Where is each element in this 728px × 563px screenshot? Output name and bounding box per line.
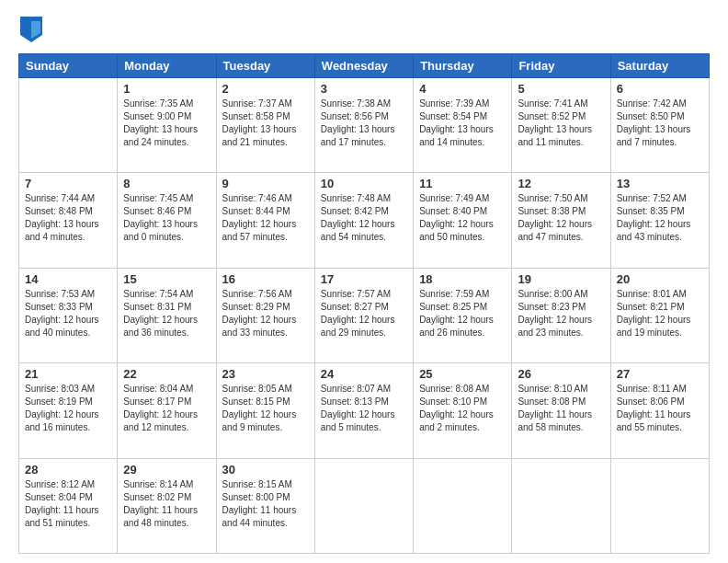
day-number: 2	[222, 82, 309, 96]
calendar-cell: 25Sunrise: 8:08 AM Sunset: 8:10 PM Dayli…	[414, 363, 512, 458]
day-number: 26	[518, 367, 604, 381]
day-info: Sunrise: 7:48 AM Sunset: 8:42 PM Dayligh…	[321, 192, 407, 244]
calendar-cell: 14Sunrise: 7:53 AM Sunset: 8:33 PM Dayli…	[19, 268, 118, 362]
day-number: 20	[617, 272, 703, 286]
page: SundayMondayTuesdayWednesdayThursdayFrid…	[0, 0, 728, 563]
calendar-cell: 3Sunrise: 7:38 AM Sunset: 8:56 PM Daylig…	[314, 78, 413, 173]
calendar-cell: 5Sunrise: 7:41 AM Sunset: 8:52 PM Daylig…	[512, 78, 610, 173]
day-info: Sunrise: 7:37 AM Sunset: 8:58 PM Dayligh…	[222, 98, 309, 149]
day-info: Sunrise: 8:04 AM Sunset: 8:17 PM Dayligh…	[123, 383, 210, 434]
day-number: 16	[222, 272, 309, 286]
day-number: 21	[25, 367, 111, 381]
calendar-cell: 2Sunrise: 7:37 AM Sunset: 8:58 PM Daylig…	[216, 78, 314, 173]
calendar-cell	[414, 458, 512, 553]
day-number: 19	[518, 272, 604, 286]
day-info: Sunrise: 7:49 AM Sunset: 8:40 PM Dayligh…	[419, 192, 506, 244]
calendar-cell: 24Sunrise: 8:07 AM Sunset: 8:13 PM Dayli…	[314, 363, 413, 458]
day-info: Sunrise: 8:14 AM Sunset: 8:02 PM Dayligh…	[123, 478, 210, 530]
calendar-cell	[19, 78, 118, 173]
day-number: 3	[321, 82, 407, 96]
day-number: 30	[222, 463, 309, 477]
day-info: Sunrise: 7:56 AM Sunset: 8:29 PM Dayligh…	[222, 288, 309, 339]
calendar-cell: 18Sunrise: 7:59 AM Sunset: 8:25 PM Dayli…	[414, 268, 512, 362]
day-info: Sunrise: 7:52 AM Sunset: 8:35 PM Dayligh…	[617, 192, 703, 244]
day-info: Sunrise: 7:39 AM Sunset: 8:54 PM Dayligh…	[419, 98, 506, 149]
day-number: 18	[419, 272, 506, 286]
day-info: Sunrise: 8:00 AM Sunset: 8:23 PM Dayligh…	[518, 288, 604, 339]
calendar-cell: 27Sunrise: 8:11 AM Sunset: 8:06 PM Dayli…	[610, 363, 709, 458]
calendar-cell: 15Sunrise: 7:54 AM Sunset: 8:31 PM Dayli…	[118, 268, 216, 362]
calendar-cell: 11Sunrise: 7:49 AM Sunset: 8:40 PM Dayli…	[414, 173, 512, 268]
day-info: Sunrise: 8:10 AM Sunset: 8:08 PM Dayligh…	[518, 383, 604, 434]
day-info: Sunrise: 7:44 AM Sunset: 8:48 PM Dayligh…	[25, 192, 111, 244]
calendar-cell: 8Sunrise: 7:45 AM Sunset: 8:46 PM Daylig…	[118, 173, 216, 268]
calendar-header-row: SundayMondayTuesdayWednesdayThursdayFrid…	[19, 54, 710, 78]
day-info: Sunrise: 7:45 AM Sunset: 8:46 PM Dayligh…	[123, 192, 210, 244]
calendar-cell: 22Sunrise: 8:04 AM Sunset: 8:17 PM Dayli…	[118, 363, 216, 458]
day-number: 24	[321, 367, 407, 381]
calendar-cell: 19Sunrise: 8:00 AM Sunset: 8:23 PM Dayli…	[512, 268, 610, 362]
calendar-cell: 10Sunrise: 7:48 AM Sunset: 8:42 PM Dayli…	[314, 173, 413, 268]
day-info: Sunrise: 7:38 AM Sunset: 8:56 PM Dayligh…	[321, 98, 407, 149]
day-info: Sunrise: 7:57 AM Sunset: 8:27 PM Dayligh…	[321, 288, 407, 339]
calendar-header-friday: Friday	[512, 54, 610, 78]
day-info: Sunrise: 7:46 AM Sunset: 8:44 PM Dayligh…	[222, 192, 309, 244]
day-number: 12	[518, 177, 604, 190]
day-number: 27	[617, 367, 703, 381]
day-info: Sunrise: 7:54 AM Sunset: 8:31 PM Dayligh…	[123, 288, 210, 339]
day-info: Sunrise: 8:11 AM Sunset: 8:06 PM Dayligh…	[617, 383, 703, 434]
day-number: 29	[123, 463, 210, 477]
logo-icon	[20, 17, 42, 42]
day-number: 23	[222, 367, 309, 381]
calendar-header-sunday: Sunday	[19, 54, 118, 78]
day-info: Sunrise: 7:59 AM Sunset: 8:25 PM Dayligh…	[419, 288, 506, 339]
day-info: Sunrise: 8:05 AM Sunset: 8:15 PM Dayligh…	[222, 383, 309, 434]
calendar-cell	[512, 458, 610, 553]
day-number: 7	[25, 177, 111, 190]
calendar-cell: 23Sunrise: 8:05 AM Sunset: 8:15 PM Dayli…	[216, 363, 314, 458]
day-number: 9	[222, 177, 309, 190]
calendar-header-wednesday: Wednesday	[314, 54, 413, 78]
day-info: Sunrise: 7:53 AM Sunset: 8:33 PM Dayligh…	[25, 288, 111, 339]
calendar-cell	[314, 458, 413, 553]
calendar-week-row: 21Sunrise: 8:03 AM Sunset: 8:19 PM Dayli…	[19, 363, 710, 458]
calendar-cell: 4Sunrise: 7:39 AM Sunset: 8:54 PM Daylig…	[414, 78, 512, 173]
day-info: Sunrise: 8:08 AM Sunset: 8:10 PM Dayligh…	[419, 383, 506, 434]
calendar-cell: 7Sunrise: 7:44 AM Sunset: 8:48 PM Daylig…	[19, 173, 118, 268]
calendar-cell: 1Sunrise: 7:35 AM Sunset: 9:00 PM Daylig…	[118, 78, 216, 173]
day-info: Sunrise: 7:42 AM Sunset: 8:50 PM Dayligh…	[617, 98, 703, 149]
calendar-cell: 16Sunrise: 7:56 AM Sunset: 8:29 PM Dayli…	[216, 268, 314, 362]
calendar-cell: 21Sunrise: 8:03 AM Sunset: 8:19 PM Dayli…	[19, 363, 118, 458]
calendar-cell: 9Sunrise: 7:46 AM Sunset: 8:44 PM Daylig…	[216, 173, 314, 268]
day-info: Sunrise: 8:15 AM Sunset: 8:00 PM Dayligh…	[222, 478, 309, 530]
calendar-cell: 26Sunrise: 8:10 AM Sunset: 8:08 PM Dayli…	[512, 363, 610, 458]
calendar-cell: 29Sunrise: 8:14 AM Sunset: 8:02 PM Dayli…	[118, 458, 216, 553]
day-info: Sunrise: 8:03 AM Sunset: 8:19 PM Dayligh…	[25, 383, 111, 434]
calendar-cell: 6Sunrise: 7:42 AM Sunset: 8:50 PM Daylig…	[610, 78, 709, 173]
calendar-cell: 20Sunrise: 8:01 AM Sunset: 8:21 PM Dayli…	[610, 268, 709, 362]
calendar-header-saturday: Saturday	[610, 54, 709, 78]
calendar-header-tuesday: Tuesday	[216, 54, 314, 78]
day-number: 25	[419, 367, 506, 381]
day-number: 14	[25, 272, 111, 286]
calendar-week-row: 1Sunrise: 7:35 AM Sunset: 9:00 PM Daylig…	[19, 78, 710, 173]
day-number: 4	[419, 82, 506, 96]
day-number: 22	[123, 367, 210, 381]
day-number: 17	[321, 272, 407, 286]
day-info: Sunrise: 7:50 AM Sunset: 8:38 PM Dayligh…	[518, 192, 604, 244]
logo	[18, 17, 42, 44]
day-number: 6	[617, 82, 703, 96]
day-number: 10	[321, 177, 407, 190]
calendar-cell: 13Sunrise: 7:52 AM Sunset: 8:35 PM Dayli…	[610, 173, 709, 268]
day-number: 8	[123, 177, 210, 190]
day-number: 5	[518, 82, 604, 96]
day-number: 15	[123, 272, 210, 286]
day-number: 13	[617, 177, 703, 190]
header	[18, 17, 710, 44]
calendar-week-row: 14Sunrise: 7:53 AM Sunset: 8:33 PM Dayli…	[19, 268, 710, 362]
calendar-cell: 28Sunrise: 8:12 AM Sunset: 8:04 PM Dayli…	[19, 458, 118, 553]
calendar-header-monday: Monday	[118, 54, 216, 78]
day-number: 28	[25, 463, 111, 477]
calendar-cell	[610, 458, 709, 553]
day-info: Sunrise: 8:07 AM Sunset: 8:13 PM Dayligh…	[321, 383, 407, 434]
